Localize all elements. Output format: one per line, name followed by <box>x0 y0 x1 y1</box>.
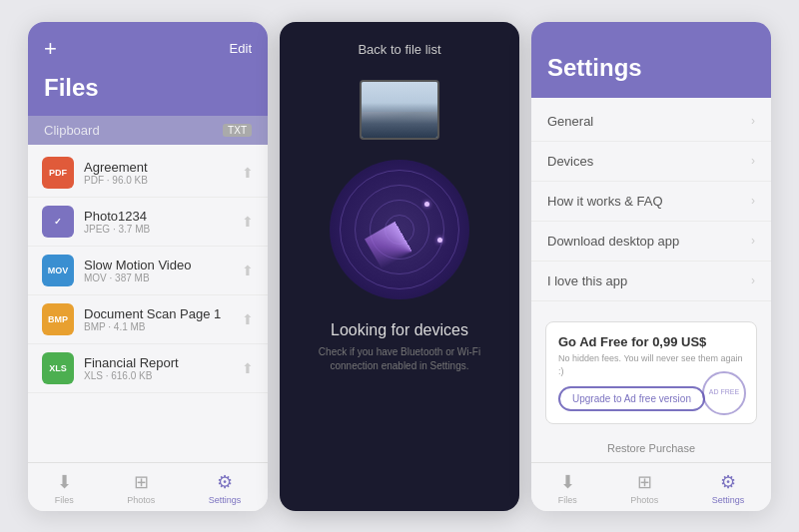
file-name: Agreement <box>84 160 232 175</box>
file-type-icon: ✓ <box>42 206 74 238</box>
upload-icon: ⬆ <box>242 311 254 327</box>
tab-icon: ⊞ <box>134 471 149 493</box>
list-item[interactable]: XLS Financial Report XLS · 616.0 KB ⬆ <box>28 344 268 393</box>
settings-item-general[interactable]: General › <box>531 102 771 142</box>
upload-icon: ⬆ <box>242 214 254 230</box>
tab-files[interactable]: ⬇ Files <box>55 471 74 505</box>
settings-item-label: How it works & FAQ <box>547 194 663 209</box>
restore-purchase-button[interactable]: Restore Purchase <box>531 434 771 462</box>
chevron-right-icon: › <box>751 234 755 248</box>
upload-icon: ⬆ <box>242 165 254 181</box>
list-item[interactable]: ✓ Photo1234 JPEG · 3.7 MB ⬆ <box>28 198 268 247</box>
tab-label: Settings <box>712 495 745 505</box>
clipboard-label: Clipboard <box>44 123 100 138</box>
tab-icon: ⬇ <box>57 471 72 493</box>
settings-item-how-it-works-&-faq[interactable]: How it works & FAQ › <box>531 182 771 222</box>
upload-icon: ⬆ <box>242 360 254 376</box>
settings-item-label: Devices <box>547 154 593 169</box>
ad-stamp-label: AD FREE <box>709 388 739 396</box>
file-meta: JPEG · 3.7 MB <box>84 224 232 235</box>
right-tab-photos[interactable]: ⊞ Photos <box>630 471 658 505</box>
tab-label: Files <box>55 495 74 505</box>
settings-item-devices[interactable]: Devices › <box>531 142 771 182</box>
add-file-button[interactable]: + <box>44 36 57 62</box>
ad-stamp: AD FREE <box>702 371 746 415</box>
files-title: Files <box>44 74 99 101</box>
left-panel: + Edit Files Clipboard TXT PDF Agreement… <box>28 22 268 511</box>
file-info: Agreement PDF · 96.0 KB <box>84 160 232 186</box>
radar-dot-2 <box>437 238 442 243</box>
file-name: Financial Report <box>84 355 232 370</box>
upgrade-button[interactable]: Upgrade to Ad free version <box>558 386 705 411</box>
file-info: Slow Motion Video MOV · 387 MB <box>84 258 232 283</box>
right-tab-bar: ⬇ Files ⊞ Photos ⚙ Settings <box>531 462 771 511</box>
tab-icon: ⚙ <box>720 471 736 493</box>
list-item[interactable]: MOV Slow Motion Video MOV · 387 MB ⬆ <box>28 247 268 295</box>
tab-label: Photos <box>630 495 658 505</box>
left-header: + Edit <box>28 22 268 72</box>
list-item[interactable]: PDF Agreement PDF · 96.0 KB ⬆ <box>28 149 268 198</box>
file-type-icon: PDF <box>42 157 74 189</box>
file-info: Photo1234 JPEG · 3.7 MB <box>84 209 232 235</box>
edit-button[interactable]: Edit <box>230 41 252 56</box>
tab-label: Files <box>558 495 577 505</box>
settings-item-label: General <box>547 114 593 129</box>
left-tab-bar: ⬇ Files ⊞ Photos ⚙ Settings <box>28 462 268 511</box>
settings-item-label: Download desktop app <box>547 234 679 249</box>
settings-title: Settings <box>547 54 755 82</box>
tab-icon: ⚙ <box>217 471 233 493</box>
back-to-file-list-button[interactable]: Back to file list <box>358 42 440 57</box>
file-info: Document Scan Page 1 BMP · 4.1 MB <box>84 306 232 332</box>
file-name: Document Scan Page 1 <box>84 306 232 321</box>
tab-icon: ⬇ <box>560 471 575 493</box>
tab-icon: ⊞ <box>637 471 652 493</box>
file-type-icon: MOV <box>42 255 74 286</box>
settings-list: General › Devices › How it works & FAQ ›… <box>531 98 771 312</box>
list-item[interactable]: BMP Document Scan Page 1 BMP · 4.1 MB ⬆ <box>28 295 268 344</box>
chevron-right-icon: › <box>751 194 755 208</box>
chevron-right-icon: › <box>751 154 755 168</box>
file-type-icon: BMP <box>42 303 74 335</box>
right-panel: Settings General › Devices › How it work… <box>531 22 771 511</box>
file-meta: XLS · 616.0 KB <box>84 370 232 381</box>
right-header: Settings <box>531 22 771 98</box>
tab-settings[interactable]: ⚙ Settings <box>209 471 242 505</box>
looking-for-devices-label: Looking for devices <box>331 321 468 339</box>
tab-label: Settings <box>209 495 242 505</box>
settings-item-download-desktop-app[interactable]: Download desktop app › <box>531 222 771 262</box>
chevron-right-icon: › <box>751 273 755 287</box>
upload-icon: ⬆ <box>242 263 254 278</box>
file-info: Financial Report XLS · 616.0 KB <box>84 355 232 381</box>
clipboard-badge: TXT <box>223 124 252 137</box>
tab-photos[interactable]: ⊞ Photos <box>127 471 155 505</box>
mid-panel: Back to file list Looking for devices Ch… <box>280 22 519 511</box>
file-name: Photo1234 <box>84 209 232 224</box>
right-tab-settings[interactable]: ⚙ Settings <box>712 471 745 505</box>
file-meta: BMP · 4.1 MB <box>84 321 232 332</box>
file-meta: PDF · 96.0 KB <box>84 175 232 186</box>
file-list: PDF Agreement PDF · 96.0 KB ⬆ ✓ Photo123… <box>28 145 268 462</box>
city-layer <box>362 103 437 138</box>
chevron-right-icon: › <box>751 114 755 128</box>
right-tab-files[interactable]: ⬇ Files <box>558 471 577 505</box>
file-name: Slow Motion Video <box>84 258 232 272</box>
ad-box: Go Ad Free for 0,99 US$ No hidden fees. … <box>545 321 757 423</box>
ad-title: Go Ad Free for 0,99 US$ <box>558 334 744 349</box>
preview-image <box>360 80 439 140</box>
file-meta: MOV · 387 MB <box>84 272 232 283</box>
looking-for-devices-sub: Check if you have Bluetooth or Wi-Fi con… <box>280 345 519 373</box>
mid-header: Back to file list <box>280 22 519 70</box>
settings-item-i-love-this-app[interactable]: I love this app › <box>531 262 771 301</box>
settings-item-label: I love this app <box>547 273 627 288</box>
radar-dot-1 <box>424 202 429 207</box>
clipboard-row[interactable]: Clipboard TXT <box>28 116 268 145</box>
tab-label: Photos <box>127 495 155 505</box>
radar-display <box>330 160 469 299</box>
file-type-icon: XLS <box>42 352 74 384</box>
files-title-area: Files <box>28 72 268 116</box>
